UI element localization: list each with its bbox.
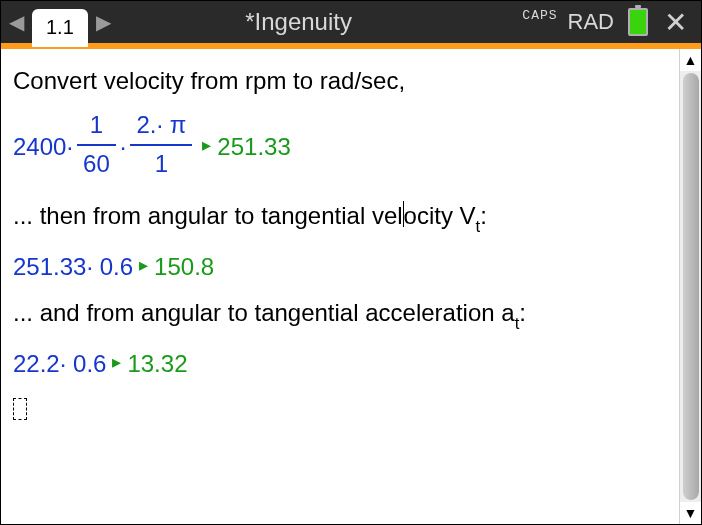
expr-part: 22.2· 0.6 bbox=[13, 348, 106, 380]
caps-indicator: CAPS bbox=[522, 8, 557, 23]
calc-line: 251.33· 0.6 ▸ 150.8 bbox=[13, 251, 669, 283]
cursor-placeholder-icon bbox=[13, 398, 27, 420]
tab-prev-icon[interactable]: ◀ bbox=[5, 10, 28, 34]
subscript: t bbox=[515, 314, 520, 333]
fraction: 1 60 bbox=[77, 109, 116, 180]
expr-part: · bbox=[120, 131, 127, 163]
subscript: t bbox=[476, 217, 481, 236]
comment-line: ... and from angular to tangential accel… bbox=[13, 297, 669, 333]
notes-content[interactable]: Convert velocity from rpm to rad/sec, 24… bbox=[1, 49, 679, 524]
comment-text: ... and from angular to tangential accel… bbox=[13, 299, 515, 326]
scroll-track[interactable] bbox=[683, 73, 699, 500]
comment-text: ocity V bbox=[404, 202, 476, 229]
fraction: 2.· π 1 bbox=[130, 109, 192, 180]
fraction-denominator: 1 bbox=[130, 144, 192, 180]
scroll-thumb[interactable] bbox=[683, 73, 699, 500]
tab-next-icon[interactable]: ▶ bbox=[92, 10, 115, 34]
comment-text: Convert velocity from rpm to rad/sec, bbox=[13, 67, 405, 94]
scroll-down-button[interactable]: ▼ bbox=[680, 502, 701, 524]
expr-part: 251.33· 0.6 bbox=[13, 251, 133, 283]
tab-current[interactable]: 1.1 bbox=[32, 9, 88, 47]
tab-strip: ◀ 1.1 ▶ bbox=[1, 1, 115, 43]
result-value: 150.8 bbox=[154, 251, 214, 283]
calc-line: 2400· 1 60 · 2.· π 1 ▸ 251.33 bbox=[13, 111, 669, 182]
result-value: 251.33 bbox=[217, 131, 290, 163]
comment-text: : bbox=[519, 299, 526, 326]
result-arrow-icon: ▸ bbox=[196, 133, 217, 157]
vertical-scrollbar[interactable]: ▲ ▼ bbox=[679, 49, 701, 524]
calc-line: 22.2· 0.6 ▸ 13.32 bbox=[13, 348, 669, 380]
result-arrow-icon: ▸ bbox=[133, 253, 154, 277]
result-value: 13.32 bbox=[127, 348, 187, 380]
fraction-denominator: 60 bbox=[77, 144, 116, 180]
scroll-up-button[interactable]: ▲ bbox=[680, 49, 701, 71]
fraction-numerator: 1 bbox=[77, 109, 116, 143]
document-title: *Ingenuity bbox=[115, 8, 523, 36]
comment-line: ... then from angular to tangential velo… bbox=[13, 200, 669, 236]
result-arrow-icon: ▸ bbox=[106, 350, 127, 374]
comment-line: Convert velocity from rpm to rad/sec, bbox=[13, 65, 669, 97]
battery-icon bbox=[628, 8, 648, 36]
expr-part: 2400· bbox=[13, 131, 73, 163]
fraction-numerator: 2.· π bbox=[130, 109, 192, 143]
tab-label: 1.1 bbox=[46, 16, 74, 38]
title-bar: ◀ 1.1 ▶ *Ingenuity CAPS RAD ✕ bbox=[1, 1, 701, 43]
close-icon[interactable]: ✕ bbox=[658, 6, 693, 39]
angle-mode-indicator: RAD bbox=[568, 9, 614, 35]
input-cursor-box[interactable] bbox=[13, 394, 669, 428]
comment-text: ... then from angular to tangential vel bbox=[13, 202, 403, 229]
status-area: CAPS RAD ✕ bbox=[522, 6, 701, 39]
workspace: Convert velocity from rpm to rad/sec, 24… bbox=[1, 49, 701, 524]
comment-text: : bbox=[480, 202, 487, 229]
